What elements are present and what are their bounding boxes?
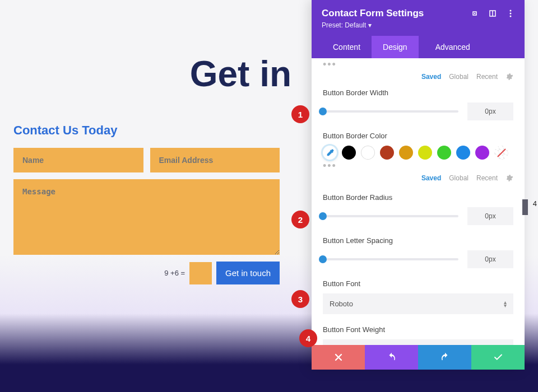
- color-swatch-none[interactable]: [494, 146, 508, 160]
- border-width-value[interactable]: [467, 102, 513, 120]
- recent-link[interactable]: Recent: [476, 174, 498, 182]
- font-value: Roboto: [330, 300, 353, 308]
- contact-form: Contact Us Today 9 +6 = Get in touch: [13, 123, 280, 284]
- color-swatch[interactable]: [437, 146, 451, 160]
- captcha-label: 9 +6 =: [164, 269, 185, 277]
- name-field[interactable]: [13, 148, 143, 172]
- color-swatch[interactable]: [380, 146, 394, 160]
- border-radius-slider[interactable]: [323, 215, 458, 217]
- chevron-updown-icon: ▴▾: [504, 301, 507, 307]
- more-icon[interactable]: [507, 10, 514, 17]
- confirm-button[interactable]: [471, 345, 525, 370]
- page-title: Get in: [0, 53, 303, 95]
- undo-button[interactable]: [365, 345, 418, 370]
- captcha-input[interactable]: [189, 262, 212, 284]
- border-width-slider[interactable]: [323, 110, 458, 113]
- cancel-button[interactable]: [312, 345, 365, 370]
- color-swatch[interactable]: [361, 146, 375, 160]
- color-swatch[interactable]: [399, 146, 413, 160]
- border-radius-value[interactable]: [467, 207, 513, 225]
- border-width-label: Button Border Width: [323, 88, 513, 97]
- side-handle[interactable]: [522, 199, 528, 215]
- color-swatches: [323, 146, 513, 160]
- letter-spacing-value[interactable]: [467, 250, 513, 268]
- slider-thumb[interactable]: [319, 255, 327, 263]
- saved-link[interactable]: Saved: [421, 174, 441, 182]
- annotation-badge-3: 3: [291, 290, 309, 308]
- border-color-label: Button Border Color: [323, 132, 513, 140]
- contact-subtitle: Contact Us Today: [13, 123, 280, 138]
- font-select[interactable]: Roboto ▴▾: [323, 293, 513, 314]
- panel-header: Contact Form Settings Preset: Default ▾ …: [312, 0, 525, 58]
- color-swatch[interactable]: [456, 146, 470, 160]
- svg-point-6: [510, 16, 512, 17]
- color-swatch[interactable]: [418, 146, 432, 160]
- annotation-badge-2: 2: [291, 211, 309, 228]
- panel-body: ••• Saved Global Recent Button Border Wi…: [312, 58, 525, 345]
- slider-thumb[interactable]: [319, 212, 327, 220]
- message-field[interactable]: [13, 179, 280, 255]
- eyedropper-icon[interactable]: [323, 146, 337, 160]
- global-link[interactable]: Global: [449, 174, 469, 182]
- gear-icon[interactable]: [505, 174, 513, 182]
- font-weight-select[interactable]: Medium ▴▾: [323, 339, 513, 345]
- settings-panel: Contact Form Settings Preset: Default ▾ …: [312, 0, 525, 370]
- snap-icon[interactable]: [489, 10, 497, 17]
- svg-point-5: [510, 13, 512, 15]
- side-handle-number: 4: [533, 199, 537, 208]
- tab-advanced[interactable]: Advanced: [424, 36, 481, 58]
- drag-dots-icon[interactable]: •••: [323, 163, 513, 174]
- tab-content[interactable]: Content: [322, 36, 372, 58]
- preset-dropdown[interactable]: Preset: Default ▾: [322, 21, 514, 36]
- action-bar: [312, 345, 525, 370]
- recent-link[interactable]: Recent: [476, 73, 498, 81]
- saved-link[interactable]: Saved: [421, 73, 441, 81]
- redo-button[interactable]: [418, 345, 471, 370]
- border-radius-label: Button Border Radius: [323, 193, 513, 202]
- email-field[interactable]: [150, 148, 280, 172]
- slider-thumb[interactable]: [319, 108, 327, 115]
- letter-spacing-slider[interactable]: [323, 258, 458, 260]
- submit-button[interactable]: Get in touch: [216, 262, 280, 284]
- tab-design[interactable]: Design: [372, 36, 419, 58]
- font-weight-label: Button Font Weight: [323, 325, 513, 334]
- svg-point-1: [474, 13, 475, 14]
- letter-spacing-label: Button Letter Spacing: [323, 236, 513, 245]
- panel-title: Contact Form Settings: [322, 8, 424, 19]
- svg-point-4: [510, 10, 512, 12]
- global-link[interactable]: Global: [449, 73, 469, 81]
- annotation-badge-4: 4: [299, 329, 317, 347]
- expand-icon[interactable]: [471, 10, 479, 17]
- annotation-badge-1: 1: [291, 105, 309, 123]
- color-swatch[interactable]: [475, 146, 489, 160]
- gear-icon[interactable]: [505, 73, 513, 81]
- color-swatch[interactable]: [342, 146, 356, 160]
- font-label: Button Font: [323, 279, 513, 288]
- drag-dots-icon[interactable]: •••: [323, 62, 513, 73]
